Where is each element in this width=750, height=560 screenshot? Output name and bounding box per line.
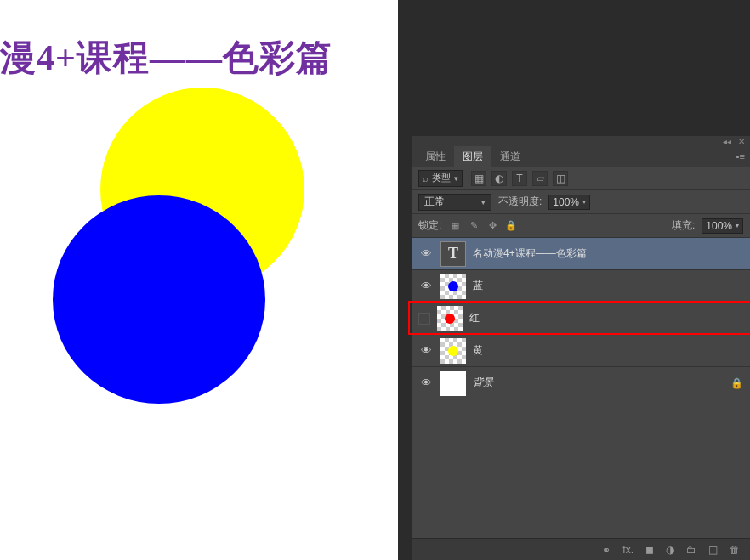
- layers-bottom-bar: ⚭ fx. ◼ ◑ 🗀 ◫ 🗑: [412, 538, 750, 560]
- lock-row: 锁定: ▦ ✎ ✥ 🔒 填充: 100% ▾: [412, 214, 750, 238]
- chevron-down-icon: ▾: [481, 198, 486, 206]
- blend-mode-select[interactable]: 正常 ▾: [418, 194, 491, 211]
- blend-row: 正常 ▾ 不透明度: 100% ▾: [412, 190, 750, 214]
- layer-row[interactable]: 红: [412, 303, 750, 335]
- chevron-down-icon: ▾: [736, 222, 739, 229]
- filter-kind-select[interactable]: ⌕ 类型 ▾: [418, 170, 463, 187]
- new-layer-icon[interactable]: ◫: [708, 544, 718, 556]
- visibility-toggle-icon[interactable]: 👁: [418, 344, 434, 357]
- filter-kind-label: 类型: [432, 172, 451, 184]
- blue-circle: [53, 195, 265, 404]
- layer-row[interactable]: 👁背景🔒: [412, 367, 750, 399]
- tab-channels[interactable]: 通道: [491, 146, 529, 167]
- shape-color-dot: [448, 281, 458, 291]
- collapse-icon[interactable]: ◂◂: [723, 137, 731, 146]
- filter-adjust-icon[interactable]: ◐: [491, 171, 507, 186]
- adjustment-layer-icon[interactable]: ◑: [666, 544, 674, 556]
- close-icon[interactable]: ✕: [738, 137, 745, 146]
- layer-row[interactable]: 👁蓝: [412, 270, 750, 303]
- layers-list: 👁T名动漫4+课程——色彩篇👁蓝红👁黄👁背景🔒: [412, 238, 750, 399]
- layer-name-label[interactable]: 背景: [473, 376, 493, 390]
- layer-thumbnail[interactable]: [440, 371, 466, 396]
- filter-smart-icon[interactable]: ◫: [553, 171, 568, 186]
- search-icon: ⌕: [423, 173, 429, 184]
- lock-icon: 🔒: [730, 377, 743, 389]
- layer-row[interactable]: 👁黄: [412, 335, 750, 367]
- filter-type-icons: ▦ ◐ T ▱ ◫: [471, 171, 568, 186]
- layers-panel: ◂◂ ✕ 属性 图层 通道 ▪≡ ⌕ 类型 ▾ ▦ ◐ T ▱ ◫ 正常 ▾ 不…: [412, 136, 750, 560]
- lock-transparency-icon[interactable]: ▦: [448, 219, 462, 233]
- layer-mask-icon[interactable]: ◼: [645, 544, 654, 556]
- canvas-area: 漫4+课程——色彩篇: [0, 0, 398, 560]
- filter-shape-icon[interactable]: ▱: [532, 171, 548, 186]
- delete-layer-icon[interactable]: 🗑: [730, 544, 740, 556]
- blend-mode-value: 正常: [424, 195, 445, 209]
- fill-input[interactable]: 100% ▾: [702, 218, 743, 234]
- panel-topbar: ◂◂ ✕: [412, 136, 750, 146]
- layer-row[interactable]: 👁T名动漫4+课程——色彩篇: [412, 238, 750, 270]
- chevron-down-icon: ▾: [454, 174, 458, 183]
- layer-thumbnail[interactable]: T: [440, 241, 466, 267]
- layer-name-label[interactable]: 蓝: [473, 279, 483, 293]
- layer-thumbnail[interactable]: [440, 338, 466, 364]
- chevron-down-icon: ▾: [582, 198, 586, 206]
- panel-tabs: 属性 图层 通道 ▪≡: [412, 146, 750, 167]
- visibility-toggle-icon[interactable]: 👁: [418, 247, 434, 260]
- shape-color-dot: [445, 314, 455, 324]
- opacity-value: 100%: [553, 196, 579, 208]
- lock-position-icon[interactable]: ✥: [486, 219, 499, 233]
- layer-thumbnail[interactable]: [437, 306, 463, 331]
- layer-name-label[interactable]: 红: [469, 311, 480, 325]
- lock-all-icon[interactable]: 🔒: [504, 219, 518, 233]
- filter-type-icon[interactable]: T: [512, 171, 527, 186]
- fill-label: 填充:: [672, 218, 695, 233]
- lock-icons: ▦ ✎ ✥ 🔒: [448, 219, 518, 233]
- visibility-toggle-icon[interactable]: 👁: [418, 376, 434, 389]
- opacity-input[interactable]: 100% ▾: [548, 195, 590, 210]
- visibility-toggle-icon[interactable]: 👁: [418, 280, 434, 292]
- visibility-toggle-icon[interactable]: [418, 313, 430, 325]
- canvas-title-text: 漫4+课程——色彩篇: [0, 34, 332, 82]
- layer-group-icon[interactable]: 🗀: [686, 544, 696, 556]
- link-layers-icon[interactable]: ⚭: [602, 544, 611, 556]
- tab-properties[interactable]: 属性: [417, 146, 454, 167]
- layer-name-label[interactable]: 名动漫4+课程——色彩篇: [473, 246, 587, 261]
- lock-label: 锁定:: [418, 218, 441, 233]
- layer-fx-icon[interactable]: fx.: [622, 544, 634, 556]
- opacity-label: 不透明度:: [498, 195, 542, 209]
- panel-menu-icon[interactable]: ▪≡: [736, 151, 745, 161]
- layer-filter-row: ⌕ 类型 ▾ ▦ ◐ T ▱ ◫: [412, 167, 750, 190]
- fill-value: 100%: [706, 220, 732, 232]
- shape-color-dot: [448, 346, 458, 356]
- filter-pixel-icon[interactable]: ▦: [471, 171, 486, 186]
- layer-name-label[interactable]: 黄: [473, 343, 483, 358]
- tab-layers[interactable]: 图层: [454, 146, 491, 167]
- layer-thumbnail[interactable]: [440, 274, 466, 299]
- lock-paint-icon[interactable]: ✎: [467, 219, 480, 233]
